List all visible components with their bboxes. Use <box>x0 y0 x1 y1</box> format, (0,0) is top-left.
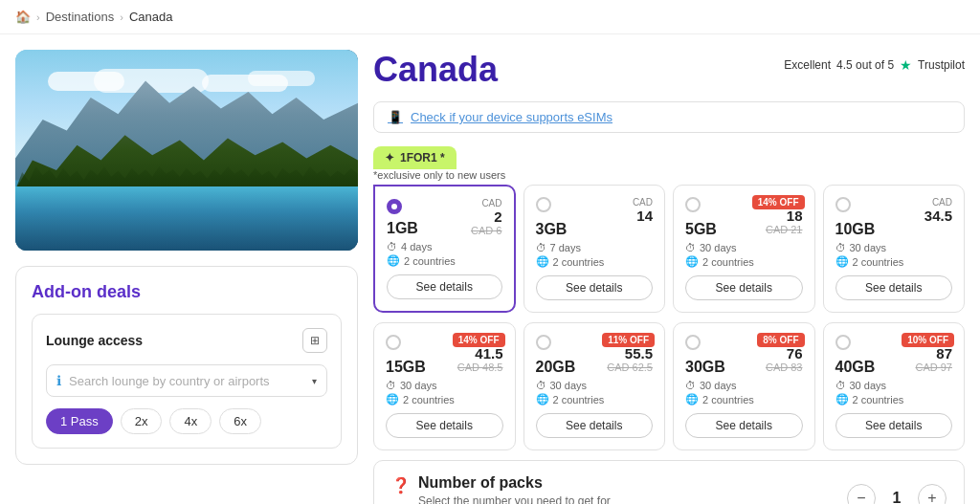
plan-size-5gb: 5GB <box>685 221 717 238</box>
discount-badge-20gb: 11% OFF <box>602 333 655 347</box>
see-details-3gb[interactable]: See details <box>536 275 654 300</box>
plan-card-15gb[interactable]: 14% OFF 15GB CAD 41.5 CAD 48.5 ⏱ 30 days <box>373 322 516 450</box>
pass-btn-2x[interactable]: 2x <box>121 408 163 434</box>
see-details-5gb[interactable]: See details <box>685 275 803 300</box>
discount-badge-5gb: 14% OFF <box>752 195 805 209</box>
lounge-search-row[interactable]: ℹ Search lounge by country or airports ▾ <box>46 364 327 397</box>
plan-price-15gb: 41.5 <box>457 345 503 362</box>
promo-star-icon: ✦ <box>385 151 394 164</box>
plan-price-40gb: 87 <box>915 345 952 362</box>
plan-radio-40gb[interactable] <box>835 335 851 350</box>
plan-card-5gb[interactable]: 14% OFF 5GB CAD 18 CAD 21 ⏱ 30 days <box>673 185 815 313</box>
plan-days-30gb: ⏱ 30 days <box>685 380 803 391</box>
plan-countries-1gb: 🌐 2 countries <box>387 254 502 267</box>
chevron-down-icon: ▾ <box>312 376 317 386</box>
plan-countries-20gb: 🌐 2 countries <box>536 393 654 405</box>
plan-size-30gb: 30GB <box>685 359 725 376</box>
pass-btn-1[interactable]: 1 Pass <box>46 408 113 434</box>
lounge-title: Lounge access <box>46 333 143 348</box>
plan-days-10gb: ⏱ 30 days <box>835 242 953 253</box>
promo-sub-label: *exclusive only to new users <box>373 169 505 181</box>
plan-radio-1gb[interactable] <box>387 199 402 214</box>
see-details-15gb[interactable]: See details <box>386 413 503 438</box>
promo-label: 1FOR1 * <box>400 151 445 164</box>
see-details-10gb[interactable]: See details <box>835 275 953 300</box>
plan-card-10gb[interactable]: 10GB CAD 34.5 ⏱ 30 days 🌐 2 countries Se… <box>823 185 966 313</box>
addon-title: Add-on deals <box>32 282 342 302</box>
see-details-1gb[interactable]: See details <box>387 274 502 299</box>
plan-size-1gb: 1GB <box>387 220 418 237</box>
plan-days-40gb: ⏱ 30 days <box>835 380 953 391</box>
packs-subtitle: Select the number you need to get foryou… <box>418 494 611 504</box>
packs-counter: − 1 + <box>847 484 947 505</box>
trustpilot-name: Trustpilot <box>918 58 965 72</box>
plan-card-1gb[interactable]: 1GB CAD 2 CAD 6 ⏱ 4 days 🌐 2 countries S… <box>373 185 516 313</box>
plan-price-3gb: 14 <box>633 208 653 224</box>
addon-card: Add-on deals Lounge access ⊞ ℹ Search lo… <box>15 266 358 465</box>
plan-orig-40gb: CAD 97 <box>915 362 952 373</box>
breadcrumb-sep-2: › <box>120 11 123 23</box>
discount-badge-15gb: 14% OFF <box>453 333 505 347</box>
info-icon: ℹ <box>56 373 61 388</box>
packs-minus-button[interactable]: − <box>847 484 876 505</box>
breadcrumb-destinations[interactable]: Destinations <box>46 10 115 24</box>
plan-size-20gb: 20GB <box>536 359 576 376</box>
see-details-20gb[interactable]: See details <box>536 413 654 438</box>
plan-radio-30gb[interactable] <box>685 335 701 350</box>
breadcrumb-current: Canada <box>129 10 173 24</box>
breadcrumb-sep-1: › <box>36 11 40 23</box>
page: 🏠 › Destinations › Canada <box>0 0 980 504</box>
pass-options: 1 Pass 2x 4x 6x <box>46 408 327 434</box>
plans-grid-row2: 14% OFF 15GB CAD 41.5 CAD 48.5 ⏱ 30 days <box>373 322 965 450</box>
discount-badge-40gb: 10% OFF <box>902 333 954 347</box>
plan-size-40gb: 40GB <box>835 359 876 376</box>
home-icon[interactable]: 🏠 <box>15 10 31 24</box>
plan-radio-15gb[interactable] <box>386 335 401 350</box>
plan-size-15gb: 15GB <box>386 359 426 376</box>
trustpilot-star-icon: ★ <box>900 57 912 73</box>
see-details-40gb[interactable]: See details <box>835 413 953 438</box>
plan-days-5gb: ⏱ 30 days <box>685 242 803 253</box>
see-details-30gb[interactable]: See details <box>685 413 803 438</box>
plan-radio-20gb[interactable] <box>536 335 551 350</box>
page-header: Canada Excellent 4.5 out of 5 ★ Trustpil… <box>373 50 965 90</box>
plan-price-1gb: 2 <box>471 208 501 225</box>
plan-radio-10gb[interactable] <box>835 197 851 212</box>
plan-size-10gb: 10GB <box>835 221 876 238</box>
lounge-expand-button[interactable]: ⊞ <box>302 328 327 353</box>
plan-currency-10gb: CAD <box>924 197 952 208</box>
plan-radio-5gb[interactable] <box>685 197 701 212</box>
plan-countries-30gb: 🌐 2 countries <box>685 393 803 405</box>
breadcrumb: 🏠 › Destinations › Canada <box>0 0 980 34</box>
plan-card-40gb[interactable]: 10% OFF 40GB CAD 87 CAD 97 ⏱ 30 days <box>823 322 966 450</box>
plan-orig-1gb: CAD 6 <box>471 225 501 236</box>
packs-info: ❓ Number of packs Select the number you … <box>391 474 611 504</box>
packs-info-icon: ❓ <box>391 476 411 494</box>
packs-plus-button[interactable]: + <box>918 484 947 505</box>
plan-orig-30gb: CAD 83 <box>766 362 803 373</box>
plan-card-20gb[interactable]: 11% OFF 20GB CAD 55.5 CAD 62.5 ⏱ 30 days <box>523 322 666 450</box>
lounge-search-placeholder: Search lounge by country or airports <box>69 374 304 388</box>
esim-check-label: Check if your device supports eSIMs <box>411 110 612 124</box>
discount-badge-30gb: 8% OFF <box>757 333 804 347</box>
plan-countries-10gb: 🌐 2 countries <box>835 255 953 268</box>
pass-btn-4x[interactable]: 4x <box>169 408 212 434</box>
plan-days-1gb: ⏱ 4 days <box>387 241 502 252</box>
plan-price-30gb: 76 <box>766 345 803 362</box>
trustpilot-label: Excellent <box>784 58 831 72</box>
phone-icon: 📱 <box>388 110 403 124</box>
plan-currency-3gb: CAD <box>633 197 653 208</box>
trustpilot-rating-value: 4.5 out of 5 <box>836 58 894 72</box>
esim-check-link[interactable]: 📱 Check if your device supports eSIMs <box>373 101 965 133</box>
plan-radio-3gb[interactable] <box>536 197 551 212</box>
plan-card-30gb[interactable]: 8% OFF 30GB CAD 76 CAD 83 ⏱ 30 days <box>673 322 815 450</box>
plan-price-5gb: 18 <box>766 208 803 224</box>
plan-card-3gb[interactable]: 3GB CAD 14 ⏱ 7 days 🌐 2 countries See de… <box>523 185 666 313</box>
promo-badge: ✦ 1FOR1 * <box>373 146 457 169</box>
destination-image <box>15 50 358 251</box>
plans-grid-row1: 1GB CAD 2 CAD 6 ⏱ 4 days 🌐 2 countries S… <box>373 185 965 313</box>
pass-btn-6x[interactable]: 6x <box>219 408 261 434</box>
trustpilot-rating: Excellent 4.5 out of 5 ★ Trustpilot <box>784 50 965 73</box>
packs-title: Number of packs <box>418 474 611 492</box>
plan-price-10gb: 34.5 <box>924 208 952 224</box>
